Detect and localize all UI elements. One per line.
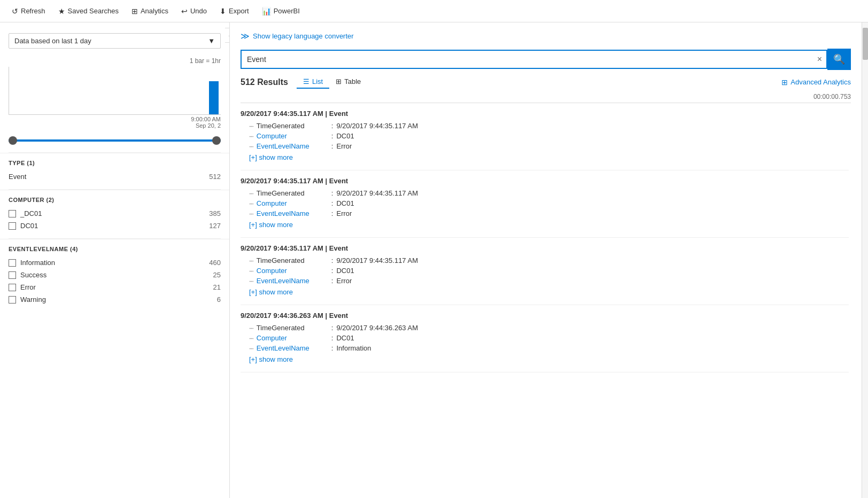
eventlevel-filter-checkbox-3[interactable] <box>9 296 16 304</box>
field-name-eventlevelname[interactable]: EventLevelName <box>257 142 331 150</box>
field-value-eventlevelname-2: Error <box>336 277 352 285</box>
field-value-timegenerated-2: 9/20/2017 9:44:35.117 AM <box>336 256 418 264</box>
results-row: 512 Results ☰ List ⊞ Table ⊞ Advanced An… <box>241 75 851 89</box>
legacy-language-link[interactable]: ≫ Show legacy language converter <box>241 31 851 41</box>
eventlevel-filter-count-0: 460 <box>209 259 221 267</box>
computer-filter-name-1: DC01 <box>20 222 38 230</box>
ellipsis-icon: ··· <box>249 277 253 285</box>
type-filter-section: TYPE (1) Event 512 <box>0 153 229 189</box>
ellipsis-icon: ··· <box>249 142 253 150</box>
bar-chart-label: 1 bar = 1hr <box>9 57 221 65</box>
computer-filter-item-0: _DC01 385 <box>9 207 221 220</box>
bar-chart-area: 1 bar = 1hr 9:00:00 AM Sep 20, 2 <box>9 57 221 129</box>
eventlevel-filter-item-3: Warning 6 <box>9 293 221 306</box>
eventlevel-filter-title: EVENTLEVELNAME (4) <box>9 246 221 252</box>
content-area: ≫ Show legacy language converter × 🔍 512… <box>230 22 862 498</box>
advanced-analytics-link[interactable]: ⊞ Advanced Analytics <box>781 78 851 87</box>
type-filter-item-event: Event 512 <box>9 170 221 183</box>
eventlevel-filter-checkbox-2[interactable] <box>9 284 16 291</box>
analytics-icon: ⊞ <box>131 7 138 15</box>
computer-filter-name-0: _DC01 <box>20 209 42 217</box>
saved-searches-button[interactable]: ★ Saved Searches <box>53 4 124 19</box>
ellipsis-icon: ··· <box>249 199 253 207</box>
eventlevel-filter-checkbox-0[interactable] <box>9 259 16 267</box>
eventlevel-filter-count-2: 21 <box>213 283 221 291</box>
time-range-slider[interactable] <box>9 135 221 146</box>
ellipsis-icon: ··· <box>249 209 253 217</box>
field-value-computer-2: DC01 <box>336 267 354 275</box>
search-bar-row: × 🔍 <box>241 49 851 70</box>
type-filter-title: TYPE (1) <box>9 160 221 166</box>
computer-filter-count-0: 385 <box>209 209 221 217</box>
show-more-link-3[interactable]: [+] show more <box>241 353 301 365</box>
search-clear-button[interactable]: × <box>813 52 826 66</box>
result-entry-0: 9/20/2017 9:44:35.117 AM | Event ··· Tim… <box>241 103 849 170</box>
powerbi-button[interactable]: 📊 PowerBI <box>257 4 305 19</box>
bar-chart <box>9 67 221 115</box>
refresh-button[interactable]: ↺ Refresh <box>6 4 51 19</box>
eventlevel-filter-item-0: Information 460 <box>9 256 221 269</box>
result-field-1-2: ··· EventLevelName : Error <box>241 208 849 219</box>
field-name-eventlevelname-3[interactable]: EventLevelName <box>257 344 331 352</box>
table-icon: ⊞ <box>336 77 342 85</box>
search-button[interactable]: 🔍 <box>827 49 851 70</box>
eventlevel-filter-count-1: 25 <box>213 271 221 279</box>
result-field-0-0: ··· TimeGenerated : 9/20/2017 9:44:35.11… <box>241 121 849 131</box>
ellipsis-icon: ··· <box>249 132 253 140</box>
computer-filter-title: COMPUTER (2) <box>9 197 221 203</box>
saved-searches-label: Saved Searches <box>68 7 119 15</box>
search-input[interactable] <box>242 51 813 68</box>
field-name-computer-2[interactable]: Computer <box>257 267 331 275</box>
show-more-link-2[interactable]: [+] show more <box>241 286 301 298</box>
field-value-timegenerated-1: 9/20/2017 9:44:35.117 AM <box>336 189 418 197</box>
export-button[interactable]: ⬇ Export <box>214 4 254 19</box>
result-field-1-0: ··· TimeGenerated : 9/20/2017 9:44:35.11… <box>241 188 849 198</box>
dropdown-chevron-icon: ▼ <box>208 37 215 45</box>
ellipsis-icon: ··· <box>249 122 253 130</box>
export-icon: ⬇ <box>220 7 226 15</box>
result-field-3-2: ··· EventLevelName : Information <box>241 343 849 353</box>
results-scrollbar[interactable] <box>862 22 868 498</box>
field-name-computer-3[interactable]: Computer <box>257 334 331 342</box>
slider-thumb-left[interactable] <box>9 136 17 145</box>
result-field-2-2: ··· EventLevelName : Error <box>241 276 849 286</box>
field-name-timegenerated-3: TimeGenerated <box>257 324 331 332</box>
computer-filter-checkbox-1[interactable] <box>9 222 16 230</box>
result-field-1-1: ··· Computer : DC01 <box>241 198 849 208</box>
analytics-button[interactable]: ⊞ Analytics <box>126 4 174 19</box>
result-entry-2: 9/20/2017 9:44:35.117 AM | Event ··· Tim… <box>241 238 849 305</box>
tab-list[interactable]: ☰ List <box>297 75 329 89</box>
undo-button[interactable]: ↩ Undo <box>176 4 212 19</box>
chart-x-labels: 9:00:00 AM Sep 20, 2 <box>9 116 221 129</box>
sidebar-collapse-button[interactable]: ❮ <box>225 28 230 43</box>
result-field-0-1: ··· Computer : DC01 <box>241 131 849 141</box>
result-field-2-1: ··· Computer : DC01 <box>241 266 849 276</box>
chart-bar <box>209 81 219 114</box>
field-name-timegenerated-1: TimeGenerated <box>257 189 331 197</box>
field-name-computer-1[interactable]: Computer <box>257 199 331 207</box>
field-name-eventlevelname-2[interactable]: EventLevelName <box>257 277 331 285</box>
ellipsis-icon: ··· <box>249 256 253 264</box>
show-more-link-0[interactable]: [+] show more <box>241 151 301 164</box>
slider-thumb-right[interactable] <box>212 136 221 145</box>
field-name-eventlevelname-1[interactable]: EventLevelName <box>257 209 331 217</box>
search-icon: 🔍 <box>833 53 845 65</box>
scrollbar-thumb[interactable] <box>863 28 868 60</box>
results-list: 9/20/2017 9:44:35.117 AM | Event ··· Tim… <box>241 103 851 489</box>
eventlevel-filter-name-1: Success <box>20 271 46 279</box>
field-value-computer: DC01 <box>336 132 354 140</box>
analytics-label: Analytics <box>141 7 168 15</box>
results-count: 512 Results <box>241 77 288 87</box>
result-entry-1: 9/20/2017 9:44:35.117 AM | Event ··· Tim… <box>241 170 849 238</box>
field-name-computer[interactable]: Computer <box>257 132 331 140</box>
type-filter-count: 512 <box>209 173 221 181</box>
eventlevel-filter-checkbox-1[interactable] <box>9 271 16 279</box>
advanced-analytics-icon: ⊞ <box>781 78 788 87</box>
powerbi-icon: 📊 <box>262 7 271 15</box>
tab-table[interactable]: ⊞ Table <box>329 75 367 89</box>
show-more-link-1[interactable]: [+] show more <box>241 219 301 231</box>
eventlevel-filter-section: EVENTLEVELNAME (4) Information 460 Succe… <box>0 239 229 312</box>
time-range-dropdown[interactable]: Data based on last 1 day ▼ <box>9 33 221 49</box>
computer-filter-checkbox-0[interactable] <box>9 210 16 217</box>
result-field-0-2: ··· EventLevelName : Error <box>241 141 849 151</box>
